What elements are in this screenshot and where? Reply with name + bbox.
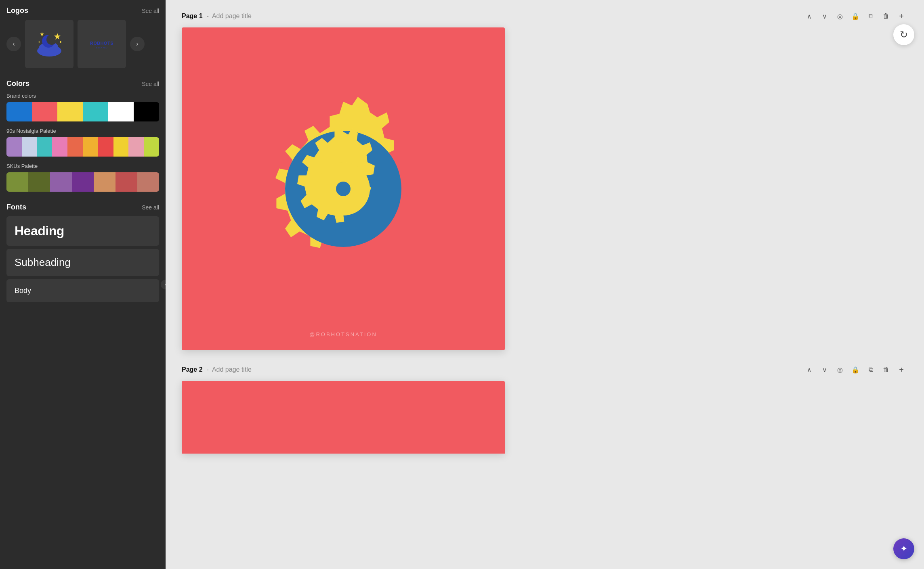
page2-canvas-partial[interactable] [182,381,505,454]
fonts-section-header: Fonts See all [6,203,159,211]
refresh-icon: ↻ [900,29,908,40]
skus-swatch-4[interactable] [72,172,94,192]
logos-title: Logos [6,6,28,15]
nostalgia-swatch-8[interactable] [113,137,129,157]
page1-controls: ∧ ∨ ◎ 🔒 ⧉ 🗑 + [803,10,908,23]
page2-add-btn[interactable]: + [895,363,908,376]
nostalgia-swatch-3[interactable] [37,137,52,157]
trash-icon: 🗑 [883,13,889,20]
page2-controls: ∧ ∨ ◎ 🔒 ⧉ 🗑 + [803,363,908,376]
skus-swatch-2[interactable] [28,172,50,192]
nostalgia-swatch-5[interactable] [67,137,83,157]
logos-section-header: Logos See all [6,6,159,15]
eye-icon: ◎ [837,13,843,20]
page2-up-btn[interactable]: ∧ [803,363,816,376]
page2-header: Page 2 - Add page title ∧ ∨ ◎ 🔒 ⧉ [182,363,908,376]
chevron-down-icon: ∨ [822,13,827,20]
canvas-bg: @ROBHOTSNATION [182,27,505,350]
add-icon: + [899,12,904,21]
trash-icon2: 🗑 [883,366,889,373]
page2-lock-btn[interactable]: 🔒 [849,363,862,376]
svg-point-13 [336,182,351,196]
nostalgia-swatch-2[interactable] [22,137,37,157]
page1-lock-btn[interactable]: 🔒 [849,10,862,23]
left-arrow-icon: ‹ [13,40,15,48]
font-card-heading[interactable]: Heading [6,216,159,246]
eye-icon2: ◎ [837,366,843,374]
brand-swatch-white[interactable] [108,102,134,121]
page2-title-placeholder[interactable]: Add page title [212,366,252,373]
page2-label: Page 2 [182,366,203,373]
page1-title-placeholder[interactable]: Add page title [212,13,252,20]
skus-swatch-6[interactable] [116,172,137,192]
nostalgia-color-strip [6,137,159,157]
font-card-body[interactable]: Body [6,279,159,302]
brand-swatch-black[interactable] [134,102,159,121]
page1-add-btn[interactable]: + [895,10,908,23]
page1-header: Page 1 - Add page title ∧ ∨ ◎ 🔒 ⧉ [182,10,908,23]
page1-up-btn[interactable]: ∧ [803,10,816,23]
skus-swatch-1[interactable] [6,172,28,192]
page1-hide-btn[interactable]: ◎ [834,10,846,23]
sidebar-collapse-handle[interactable]: ‹ [160,279,166,290]
refresh-button[interactable]: ↻ [893,24,914,45]
right-arrow-icon: › [136,40,138,48]
nostalgia-palette-label: 90s Nostalgia Palette [6,128,159,134]
sidebar: Logos See all ‹ [0,0,166,569]
font-subheading-label: Subheading [15,256,71,268]
magic-button[interactable]: ✦ [893,538,914,559]
logos-next-arrow[interactable]: › [130,37,145,51]
page1-delete-btn[interactable]: 🗑 [880,10,892,23]
page1-copy-btn[interactable]: ⧉ [864,10,877,23]
skus-palette-label: SKUs Palette [6,163,159,169]
skus-swatch-5[interactable] [94,172,116,192]
nostalgia-swatch-7[interactable] [98,137,113,157]
colors-see-all[interactable]: See all [142,81,159,87]
copy-icon: ⧉ [869,13,873,20]
logo2-svg: ROBHOTS BRAND [86,30,118,58]
fonts-see-all[interactable]: See all [142,204,159,211]
logos-prev-arrow[interactable]: ‹ [6,37,21,51]
font-body-label: Body [15,287,31,295]
page2-hide-btn[interactable]: ◎ [834,363,846,376]
logo-card-1[interactable] [25,20,74,68]
nostalgia-swatch-9[interactable] [128,137,144,157]
nostalgia-swatch-4[interactable] [52,137,67,157]
page2-section: Page 2 - Add page title ∧ ∨ ◎ 🔒 ⧉ [182,363,908,454]
logo1-svg [33,30,65,58]
copy-icon2: ⧉ [869,366,873,373]
brand-colors-label: Brand colors [6,93,159,99]
chevron-up-icon: ∧ [807,13,812,20]
page2-delete-btn[interactable]: 🗑 [880,363,892,376]
page2-copy-btn[interactable]: ⧉ [864,363,877,376]
nostalgia-swatch-10[interactable] [144,137,159,157]
page2-down-btn[interactable]: ∨ [818,363,831,376]
brand-swatch-blue[interactable] [6,102,32,121]
font-heading-label: Heading [15,224,64,238]
logo-card-2[interactable]: ROBHOTS BRAND [78,20,126,68]
brand-swatch-yellow[interactable] [57,102,83,121]
svg-point-8 [39,42,40,43]
page1-section: Page 1 - Add page title ∧ ∨ ◎ 🔒 ⧉ [182,10,908,350]
magic-icon: ✦ [900,544,907,554]
page1-label: Page 1 [182,13,203,20]
logos-see-all[interactable]: See all [142,8,159,14]
skus-swatch-3[interactable] [50,172,72,192]
skus-swatch-7[interactable] [137,172,159,192]
logos-grid: ‹ ROBHOTS BRAND [6,20,159,68]
nostalgia-swatch-6[interactable] [83,137,98,157]
page1-down-btn[interactable]: ∨ [818,10,831,23]
chevron-down-icon2: ∨ [822,366,827,374]
fonts-title: Fonts [6,203,26,211]
collapse-icon: ‹ [165,282,166,287]
brand-swatch-teal[interactable] [83,102,108,121]
svg-text:ROBHOTS: ROBHOTS [90,41,113,46]
svg-text:BRAND: BRAND [95,46,108,49]
font-card-subheading[interactable]: Subheading [6,249,159,276]
brand-swatch-red[interactable] [32,102,57,121]
chevron-up-icon2: ∧ [807,366,812,374]
lock-icon: 🔒 [851,13,859,20]
nostalgia-swatch-1[interactable] [6,137,22,157]
page1-canvas[interactable]: @ROBHOTSNATION [182,27,505,350]
svg-point-7 [60,41,61,43]
